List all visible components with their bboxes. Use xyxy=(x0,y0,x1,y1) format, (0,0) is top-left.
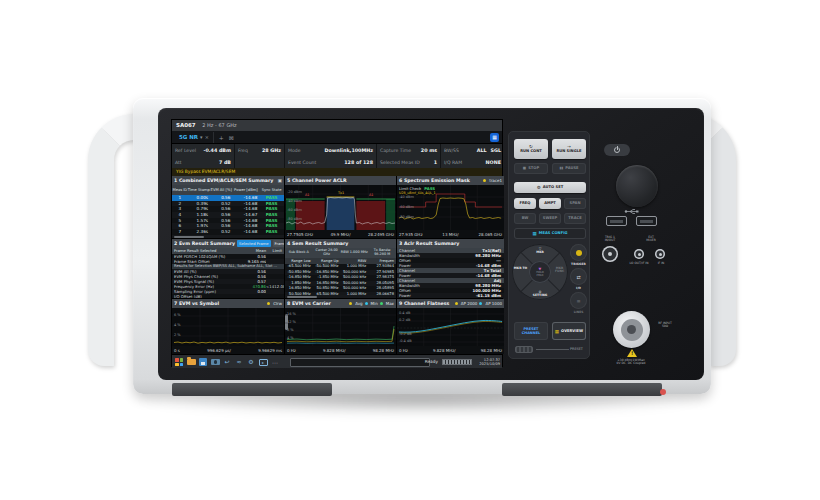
trigger-button[interactable] xyxy=(570,244,587,261)
gear-icon[interactable]: ⚙ xyxy=(246,357,256,368)
sgl-badge: SGL xyxy=(491,148,501,153)
io-arrows-icon: ⇄ xyxy=(576,274,580,280)
evm-result-table: EVM PDSCH 1024QAM (%)0.56Frame Start Off… xyxy=(172,254,284,298)
command-input[interactable] xyxy=(290,358,430,367)
apps-icon[interactable] xyxy=(174,357,184,368)
tx-channel-label: Tx1 xyxy=(338,192,344,195)
folder-icon[interactable] xyxy=(186,357,196,368)
iqram-value[interactable]: NONE xyxy=(486,160,501,165)
table-cell: 0.52 xyxy=(210,229,232,235)
mkr-func-button[interactable]: MKR FUNC xyxy=(552,267,567,274)
panel-header[interactable]: 3 Aclr Result Summary xyxy=(397,239,504,248)
adjacent-channel-label: A1 xyxy=(369,194,373,197)
run-single-button[interactable]: → RUN SINGLE xyxy=(552,139,586,159)
chevron-down-icon[interactable]: ▾ xyxy=(200,134,203,140)
table-row[interactable]: I/Q Offset (dB) xyxy=(172,294,284,298)
panel-header[interactable]: 1 Combined EVM/ACLR/SEM Summary ▣ xyxy=(172,176,284,185)
panel-header[interactable]: 8 EVM vs Carrier Avg Min Max xyxy=(285,299,396,308)
col-evm-all: EVM All [%] xyxy=(210,188,232,192)
rf-max-level-label: +30 dBm(1W)Max 0V DC, DC Coupled xyxy=(598,359,664,366)
ampt-button[interactable]: AMPT xyxy=(539,198,561,209)
pause-button[interactable]: ▮▮ PAUSE xyxy=(552,163,586,174)
io-button[interactable]: ⇄ xyxy=(570,268,587,285)
auto-set-button[interactable]: ⚙ AUTO SET xyxy=(514,182,586,193)
usb-port[interactable] xyxy=(636,216,657,226)
sweep-button[interactable]: SWEEP xyxy=(539,213,561,224)
trace1-legend: trace1 xyxy=(489,178,502,183)
peak-center-button[interactable]: ▼ HOLD PEAK xyxy=(529,261,551,283)
panel-header[interactable]: 2 Evm Result Summary Selected Frame Fram… xyxy=(172,239,284,248)
display-icon[interactable]: ▸ xyxy=(258,357,268,368)
freq-value[interactable]: 28 GHz xyxy=(262,148,281,153)
lines-label: LINES xyxy=(567,310,590,314)
yig-bypass-warning: YIG Bypass EVM/ACLR/SEM xyxy=(176,169,235,174)
screenshot-camera-icon[interactable] xyxy=(210,357,220,368)
setting-button[interactable]: ⚙SETTING xyxy=(512,290,568,297)
rotary-knob[interactable] xyxy=(616,165,658,207)
sem-chart[interactable]: Limit CheckPASS U28_uBmf_60s_AQL_1 -40 d… xyxy=(397,185,504,238)
lines-button[interactable]: ≡ xyxy=(570,292,587,309)
mode-label: Mode xyxy=(288,148,301,153)
table-row[interactable]: 72.36s0.52-14.68PASS xyxy=(172,229,284,235)
x-axis: 0 Hz 9.828 MHz/ 98.28 MHz xyxy=(397,346,504,354)
power-button[interactable] xyxy=(604,144,630,156)
power-icon xyxy=(614,147,620,153)
status-ready: Ready xyxy=(425,359,438,364)
mkr-button[interactable]: ▽MKR xyxy=(512,247,568,254)
save-icon[interactable] xyxy=(198,357,208,368)
marker-dpad[interactable]: ▽MKR MKR TO MKR FUNC ⚙SETTING ▼ HOLD PEA… xyxy=(512,244,568,300)
ref-level-value[interactable]: -0.44 dBm xyxy=(203,148,231,153)
evm-symbol-chart[interactable]: 6 % 4 % 2 % 0 s 996.629 µs/ 9.96629 ms xyxy=(172,308,284,354)
close-tab-icon[interactable]: × xyxy=(205,134,209,140)
capture-time-value[interactable]: 20 ms xyxy=(421,148,437,153)
preset-slider[interactable] xyxy=(515,346,533,353)
mkr-to-button[interactable]: MKR TO xyxy=(513,267,528,270)
panel-header[interactable]: 7 EVM vs Symbol Clrw xyxy=(172,299,284,308)
meas-config-button[interactable]: ▦ MEAS CONFIG xyxy=(514,228,586,239)
y-tick: -60 dBm xyxy=(287,209,302,213)
x-stop: 98.28 MHz xyxy=(481,348,502,353)
flatness-chart[interactable]: 0.4 dB 0.2 dB -0.2 dB -0.4 dB 0 Hz 9.828… xyxy=(397,308,504,354)
panel-header[interactable]: 6 Spectrum Emission Mask trace1 xyxy=(397,176,504,185)
meas-id-value[interactable]: 1 xyxy=(434,160,437,165)
ap2000-dot-icon xyxy=(455,302,458,305)
trace-button[interactable]: TRACE xyxy=(564,213,586,224)
table-row[interactable]: Power-61.15 dBm xyxy=(397,293,504,298)
horizontal-scrollbar[interactable] xyxy=(172,235,284,238)
panel-header[interactable]: 9 Channel Flatness AP 2000 AP 1000 xyxy=(397,299,504,308)
horizontal-scrollbar[interactable] xyxy=(285,295,396,298)
clrw-legend: Clrw xyxy=(273,301,282,306)
add-tab-button[interactable]: + xyxy=(219,134,224,141)
aclr-chart[interactable]: -20 dBm -40 dBm -60 dBm -80 dBm A1 Tx1 A… xyxy=(285,185,396,238)
panel-header[interactable]: 5 Channel Power ACLR xyxy=(285,176,396,185)
panel-channel-flatness: 9 Channel Flatness AP 2000 AP 1000 xyxy=(397,299,504,354)
undo-icon[interactable]: ↩ xyxy=(222,357,232,368)
tab-selected-frame[interactable]: Selected Frame xyxy=(237,240,271,247)
panel-header[interactable]: 4 Sem Result Summary xyxy=(285,239,396,248)
bwss-value[interactable]: ALL xyxy=(477,148,487,153)
usb-port[interactable] xyxy=(606,216,627,226)
y-tick: -80 dBm xyxy=(287,218,302,222)
x-start: 27.7505 GHz xyxy=(287,232,313,237)
freq-button[interactable]: FREQ xyxy=(514,198,536,209)
tab-5g-nr[interactable]: 5G NR ▾ × xyxy=(175,132,214,143)
display-mode-icon[interactable]: ▦ xyxy=(490,133,499,142)
right-foot xyxy=(502,383,662,396)
evm-carrier-chart[interactable]: 16 % 12 % 8 % 4 % 0 Hz 9.828 MHz/ 98.28 … xyxy=(285,308,396,354)
signal-icon[interactable]: ≈ xyxy=(234,357,244,368)
mode-value[interactable]: Downlink,100MHz xyxy=(325,148,373,153)
expand-icon[interactable]: ▣ xyxy=(278,178,282,183)
panel-evm-result-summary: 2 Evm Result Summary Selected Frame Fram… xyxy=(172,239,284,298)
run-cont-button[interactable]: ↻ RUN CONT xyxy=(514,139,548,159)
bw-button[interactable]: BW xyxy=(514,213,536,224)
att-value[interactable]: 7 dB xyxy=(219,160,231,165)
stop-button[interactable]: ■ STOP xyxy=(514,163,548,174)
overview-button[interactable]: ▦ OVERVIEW xyxy=(552,322,586,340)
event-count-value[interactable]: 128 of 128 xyxy=(344,160,373,165)
tab-frame-average[interactable]: Frame Averag xyxy=(273,240,284,247)
span-button[interactable]: SPAN xyxy=(564,198,586,209)
preset-channel-button[interactable]: PRESET CHANNEL xyxy=(514,322,548,340)
detach-window-icon[interactable]: ⊠ xyxy=(229,134,234,141)
more-icon[interactable]: ⋯ xyxy=(270,357,280,368)
y-tick: 4 % xyxy=(287,337,294,341)
